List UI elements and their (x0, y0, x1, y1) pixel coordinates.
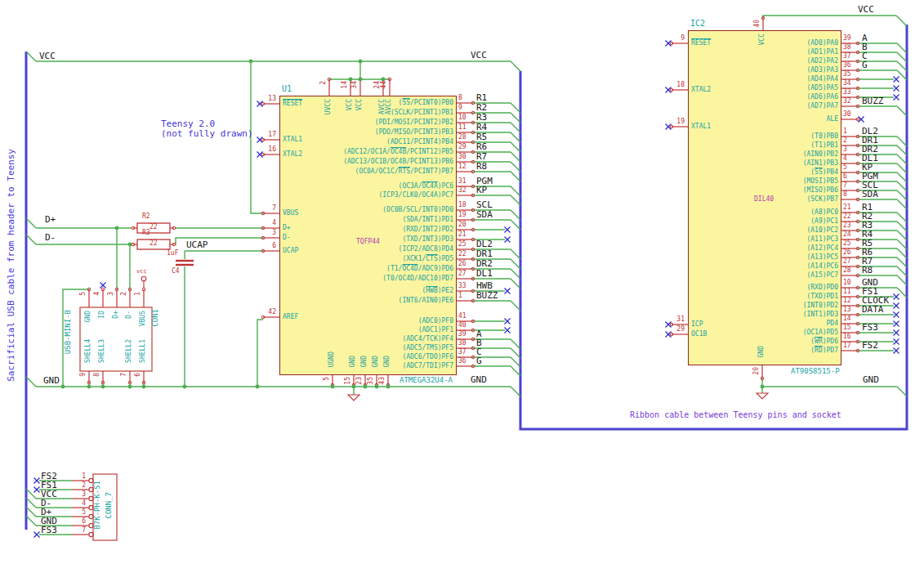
bus-entry[interactable] (897, 248, 907, 258)
net-label-g[interactable]: G (476, 356, 482, 365)
bus-entry[interactable] (897, 163, 907, 173)
net-label-r5[interactable]: R5 (476, 132, 487, 141)
net-label-g[interactable]: G (862, 60, 868, 69)
net-label-fs3[interactable]: FS3 (862, 323, 878, 332)
teensy-note-line1[interactable]: Teensy 2.0 (161, 119, 215, 128)
ic2-vcc-wire[interactable] (763, 16, 896, 18)
net-label-hwb[interactable]: HWB (476, 281, 493, 290)
bus-entry[interactable] (897, 52, 907, 62)
bus-entry[interactable] (897, 190, 907, 200)
net-label-sda[interactable]: SDA (476, 210, 493, 219)
bus-entry[interactable] (897, 154, 907, 164)
bus-entry[interactable] (511, 366, 520, 376)
bus-entry[interactable] (897, 387, 907, 396)
bus-entry[interactable] (511, 348, 520, 358)
bus-entry[interactable] (897, 266, 907, 276)
gnd-power-symbol[interactable] (348, 395, 359, 401)
bus-entry[interactable] (897, 239, 907, 249)
r3-value[interactable]: 22 (150, 240, 158, 247)
u1-value[interactable]: ATMEGA32U4-A (400, 377, 453, 384)
bus-entry[interactable] (897, 61, 907, 71)
bus-entry[interactable] (511, 387, 520, 396)
r2-value[interactable]: 22 (150, 224, 158, 231)
r2-ref[interactable]: R2 (142, 213, 150, 220)
net-label-gnd-ic2[interactable]: GND (863, 375, 879, 384)
bus-entry[interactable] (897, 106, 907, 116)
bus-entry[interactable] (26, 516, 36, 526)
ribbon-cable-note[interactable]: Ribbon cable between Teensy pins and soc… (630, 411, 841, 419)
bus-entry[interactable] (511, 103, 520, 113)
net-label-r2[interactable]: R2 (476, 103, 487, 112)
bus-entry[interactable] (26, 498, 36, 508)
ic2-ref[interactable]: IC2 (690, 20, 705, 28)
bus-entry[interactable] (511, 339, 520, 349)
bus-entry[interactable] (897, 275, 907, 285)
net-label-scl[interactable]: SCL (476, 200, 493, 209)
net-label-r8[interactable]: R8 (476, 162, 487, 171)
bus-entry[interactable] (511, 132, 520, 142)
net-label-vcc-left[interactable]: VCC (39, 51, 56, 60)
bus-entry[interactable] (511, 142, 520, 152)
c4-value[interactable]: 1uF (167, 250, 178, 257)
bus-entry[interactable] (26, 218, 36, 228)
net-label-fs3[interactable]: FS3 (41, 526, 57, 535)
net-label-ucap[interactable]: UCAP (186, 240, 208, 249)
bus-entry[interactable] (511, 249, 520, 259)
bus-entry[interactable] (26, 235, 36, 244)
bus-entry[interactable] (26, 51, 36, 61)
bus-entry[interactable] (897, 172, 907, 182)
net-label-r7[interactable]: R7 (476, 152, 487, 161)
u1-ref[interactable]: U1 (282, 85, 292, 93)
bus-entry[interactable] (897, 43, 907, 53)
bus-entry[interactable] (897, 70, 907, 80)
bus-entry[interactable] (897, 181, 907, 191)
gnd-power-symbol[interactable] (757, 393, 768, 399)
net-label-dr2[interactable]: DR2 (476, 259, 493, 268)
bus-entry[interactable] (897, 288, 907, 298)
net-label-dminus[interactable]: D- (45, 233, 56, 242)
net-label-sda[interactable]: SDA (862, 190, 878, 199)
bus-entry[interactable] (511, 210, 520, 220)
net-label-vcc-right[interactable]: VCC (858, 5, 874, 14)
net-label-r6[interactable]: R6 (476, 142, 487, 151)
net-label-r8[interactable]: R8 (862, 266, 873, 275)
bus-entry[interactable] (511, 220, 520, 230)
usb-conn-value[interactable]: USB-MINI-B (65, 310, 72, 354)
net-label-dl1[interactable]: DL1 (476, 269, 493, 278)
bus-entry[interactable] (897, 222, 907, 231)
net-label-r4[interactable]: R4 (476, 123, 487, 132)
net-label-dr1[interactable]: DR1 (476, 249, 493, 258)
sacrificial-cable-note[interactable]: Sacrificial USB cable from header to Tee… (7, 149, 16, 382)
bus-entry[interactable] (511, 113, 520, 123)
conn7-value[interactable]: B7K-PH-K-S1 (94, 481, 101, 530)
bus-entry[interactable] (511, 61, 520, 71)
bus-entry[interactable] (897, 213, 907, 222)
bus-entry[interactable] (511, 162, 520, 172)
bus-entry[interactable] (897, 231, 907, 240)
bus-entry[interactable] (511, 259, 520, 269)
bus-entry[interactable] (511, 152, 520, 162)
net-label-r3[interactable]: R3 (476, 113, 487, 122)
bus-entry[interactable] (896, 16, 907, 26)
r3-ref[interactable]: R3 (142, 230, 150, 236)
bus-entry[interactable] (511, 269, 520, 279)
bus-entry[interactable] (511, 357, 520, 367)
net-label-kp[interactable]: KP (476, 186, 487, 195)
bus-entry[interactable] (511, 186, 520, 196)
ic2-value[interactable]: AT90S8515-P (791, 368, 840, 375)
net-label-gnd-left[interactable]: GND (43, 376, 60, 385)
bus-entry[interactable] (897, 257, 907, 267)
bus-entry[interactable] (511, 123, 520, 132)
conn7-ref[interactable]: CONN_7 (105, 492, 113, 519)
bus-entry[interactable] (26, 489, 36, 499)
net-label-r1[interactable]: R1 (476, 93, 487, 102)
net-label-data[interactable]: DATA (862, 305, 884, 314)
bus-entry[interactable] (26, 377, 36, 387)
aref-wire[interactable] (257, 320, 263, 387)
usb-conn-ref[interactable]: CON1 (152, 309, 159, 327)
bus-entry[interactable] (26, 507, 36, 517)
bus-entry[interactable] (897, 199, 907, 209)
teensy-note-line2[interactable]: (not fully drawn) (161, 129, 253, 138)
bus-entry[interactable] (511, 172, 520, 181)
net-label-fs2[interactable]: FS2 (862, 341, 878, 350)
